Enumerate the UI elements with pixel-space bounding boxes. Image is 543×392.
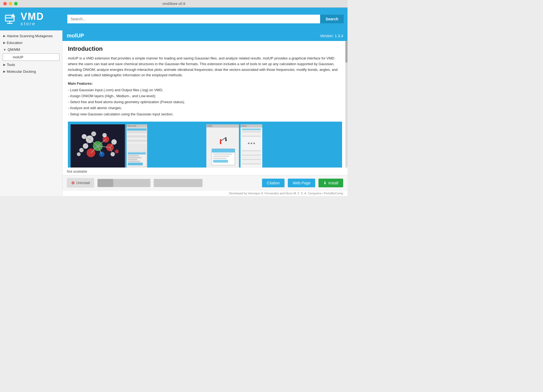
intro-title: Introduction — [68, 45, 342, 52]
svg-rect-47 — [128, 161, 140, 162]
minimize-button[interactable] — [9, 2, 12, 5]
svg-rect-77 — [242, 161, 261, 162]
svg-rect-59 — [213, 156, 229, 157]
logo-icon — [4, 11, 18, 27]
svg-rect-35 — [127, 128, 147, 131]
webpage-button[interactable]: Web Page — [288, 179, 315, 187]
features-title: Main Features: — [68, 81, 342, 86]
sidebar-item-label: Alanine Scanning Mutagenes — [7, 34, 53, 38]
citation-button[interactable]: Citation — [262, 179, 285, 187]
sidebar-item-tools[interactable]: ▶ Tools — [0, 61, 62, 68]
sidebar-item-qmmm[interactable]: ▼ QM/MM — [0, 46, 62, 53]
svg-rect-64 — [241, 125, 247, 127]
sidebar-item-label: Education — [7, 41, 23, 45]
window-controls[interactable] — [3, 2, 18, 5]
uninstall-button[interactable]: ⊗ Uninstall — [67, 178, 94, 188]
scrollbar[interactable] — [345, 41, 348, 167]
footer: Developed by Henrique S. Fernandes and N… — [62, 190, 348, 196]
search-input[interactable] — [67, 15, 320, 23]
scrollbar-thumb[interactable] — [345, 41, 348, 63]
download-icon: ⬇ — [323, 181, 327, 185]
arrow-icon: ▶ — [3, 34, 5, 38]
svg-rect-61 — [213, 160, 228, 163]
logo-text: VMD store — [21, 12, 44, 26]
svg-rect-60 — [213, 158, 227, 159]
search-button[interactable]: Search — [320, 15, 344, 23]
feature-item: - Load Gaussian Input (.com) and Output … — [68, 87, 342, 93]
svg-rect-37 — [127, 133, 147, 135]
x-icon: ⊗ — [71, 180, 75, 185]
sidebar-item-molecular-docking[interactable]: ▶ Molecular Docking — [0, 68, 62, 75]
svg-rect-67 — [242, 133, 261, 135]
svg-point-70 — [251, 143, 252, 144]
status-text: Not available — [67, 169, 87, 173]
maximize-button[interactable] — [14, 2, 18, 5]
progress-fill — [97, 179, 113, 187]
app-container: VMD store Search ▶ Alanine Scanning Muta… — [0, 8, 348, 196]
svg-rect-57 — [212, 149, 235, 153]
svg-rect-39 — [127, 138, 147, 140]
sidebar-item-label: Tools — [7, 63, 15, 67]
svg-rect-55 — [225, 137, 226, 141]
svg-point-28 — [77, 152, 81, 156]
svg-rect-45 — [128, 157, 141, 158]
content-area: ▶ Alanine Scanning Mutagenes ▶ Education… — [0, 30, 348, 196]
screenshots-area — [68, 122, 342, 167]
feature-item: - Select free and fixed atoms during geo… — [68, 99, 342, 105]
svg-point-69 — [248, 143, 250, 144]
svg-rect-38 — [127, 135, 147, 137]
screenshot-panel-right — [241, 124, 262, 167]
sidebar-item-alanine[interactable]: ▶ Alanine Scanning Mutagenes — [0, 33, 62, 39]
svg-rect-51 — [207, 125, 212, 127]
sidebar-item-molup[interactable]: molUP — [3, 53, 59, 61]
arrow-icon: ▶ — [3, 41, 5, 45]
plugin-name: molUP — [67, 33, 84, 39]
svg-rect-76 — [242, 159, 261, 160]
svg-rect-41 — [127, 142, 147, 144]
header: VMD store Search — [0, 8, 348, 30]
svg-rect-44 — [128, 155, 139, 156]
svg-point-30 — [102, 133, 107, 137]
sidebar: ▶ Alanine Scanning Mutagenes ▶ Education… — [0, 30, 62, 196]
secondary-progress — [154, 179, 203, 187]
sidebar-item-label: QM/MM — [8, 48, 20, 52]
arrow-icon: ▶ — [3, 63, 5, 67]
feature-item: - Setup new Gaussian calculation using t… — [68, 111, 342, 117]
titlebar: vmdStore v0.9 — [0, 0, 348, 8]
logo-store: store — [21, 21, 44, 26]
screenshot-group-right — [206, 124, 339, 167]
svg-point-29 — [115, 150, 119, 153]
plugin-features: - Load Gaussian Input (.com) and Output … — [68, 87, 342, 117]
main-content: molUP Version: 1.3.4 Introduction molUP … — [62, 30, 348, 196]
svg-rect-73 — [242, 152, 261, 154]
sidebar-item-education[interactable]: ▶ Education — [0, 39, 62, 46]
feature-item: - Analyze and edit atomic charges; — [68, 105, 342, 111]
screenshot-3d — [206, 124, 239, 167]
plugin-version: Version: 1.3.4 — [320, 34, 343, 38]
logo-vmd: VMD — [21, 12, 44, 21]
svg-rect-46 — [128, 159, 137, 160]
sidebar-item-label: Molecular Docking — [7, 69, 36, 74]
screenshot-molecule — [71, 124, 125, 167]
search-area: Search — [67, 15, 344, 23]
install-button[interactable]: ⬇ Install — [318, 179, 343, 187]
svg-rect-68 — [242, 135, 261, 137]
svg-rect-48 — [128, 163, 143, 165]
svg-point-71 — [253, 143, 255, 144]
svg-rect-72 — [242, 150, 261, 151]
arrow-down-icon: ▼ — [3, 48, 6, 51]
svg-rect-36 — [127, 131, 147, 133]
svg-rect-75 — [242, 157, 261, 158]
svg-rect-34 — [132, 125, 136, 127]
close-button[interactable] — [3, 2, 7, 5]
feature-item: - Assign ONIOM layers (High-, Medium-, a… — [68, 93, 342, 99]
action-bar: ⊗ Uninstall Citation Web Page ⬇ Install — [62, 175, 348, 190]
uninstall-label: Uninstall — [76, 181, 90, 185]
sidebar-item-label: molUP — [13, 55, 23, 59]
status-area: Not available — [62, 167, 348, 175]
logo-area: VMD store — [4, 11, 64, 27]
svg-rect-43 — [128, 152, 146, 154]
install-label: Install — [328, 181, 338, 185]
svg-rect-40 — [127, 140, 147, 142]
screenshot-group-left — [71, 124, 204, 167]
